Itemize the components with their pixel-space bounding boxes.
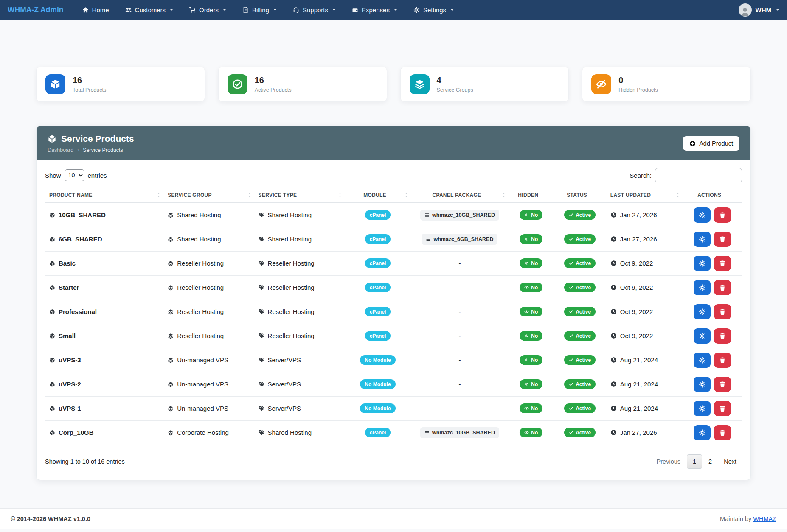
- box-icon: [49, 236, 55, 242]
- gear-icon: [699, 212, 705, 218]
- package-cell: -: [411, 372, 509, 396]
- product-name: 6GB_SHARED: [59, 235, 102, 243]
- clock-icon: [610, 357, 617, 363]
- col-product-name[interactable]: PRODUCT NAME: [45, 188, 163, 203]
- service-group: Un-managed VPS: [177, 381, 228, 388]
- table-row: uVPS-2 Un-managed VPS Server/VPS: [45, 372, 742, 396]
- status-label: Active: [576, 285, 591, 290]
- hidden-badge: No: [520, 210, 542, 220]
- edit-product-button[interactable]: [694, 232, 711, 247]
- service-group: Reseller Hosting: [177, 284, 224, 291]
- delete-product-button[interactable]: [714, 353, 731, 368]
- nav-item-billing[interactable]: Billing: [242, 6, 277, 14]
- service-type: Server/VPS: [268, 381, 301, 388]
- edit-product-button[interactable]: [694, 353, 711, 368]
- package-empty: -: [458, 356, 461, 364]
- nav-item-label: Supports: [303, 6, 328, 14]
- edit-product-button[interactable]: [694, 207, 711, 223]
- delete-product-button[interactable]: [714, 280, 731, 295]
- table-row: Basic Reseller Hosting Reseller Hosting: [45, 251, 742, 275]
- status-label: Active: [576, 382, 591, 387]
- pagination-page-1[interactable]: 1: [687, 454, 702, 469]
- col-service-type[interactable]: SERVICE TYPE: [254, 188, 345, 203]
- package-empty: -: [458, 284, 461, 291]
- col-module[interactable]: MODULE: [345, 188, 411, 203]
- package-empty: -: [458, 308, 461, 315]
- delete-product-button[interactable]: [714, 207, 731, 223]
- gear-icon: [699, 405, 705, 412]
- pagination-next[interactable]: Next: [718, 455, 742, 468]
- status-label: Active: [576, 213, 591, 218]
- edit-product-button[interactable]: [694, 280, 711, 295]
- maintain-prefix: Maintain by: [720, 515, 751, 522]
- user-menu[interactable]: WHM: [739, 3, 780, 17]
- nav-items: Home Customers Orders Billing Supports E…: [82, 6, 454, 14]
- products-table: PRODUCT NAME SERVICE GROUP SERVICE TYPE …: [45, 188, 742, 445]
- col-cpanel-package[interactable]: CPANEL PACKAGE: [411, 188, 509, 203]
- edit-product-button[interactable]: [694, 256, 711, 271]
- status-badge: Active: [564, 355, 596, 365]
- nav-item-home[interactable]: Home: [82, 6, 109, 14]
- hidden-label: No: [531, 309, 538, 314]
- breadcrumb-dashboard[interactable]: Dashboard: [48, 147, 73, 153]
- status-badge: Active: [564, 258, 596, 268]
- plus-circle-icon: [689, 140, 696, 147]
- last-updated: Oct 9, 2022: [620, 332, 653, 339]
- edit-product-button[interactable]: [694, 377, 711, 392]
- page-size-select[interactable]: 10: [65, 169, 84, 181]
- edit-product-button[interactable]: [694, 328, 711, 344]
- status-label: Active: [576, 309, 591, 314]
- add-product-button[interactable]: Add Product: [683, 136, 739, 151]
- user-label: WHM: [756, 6, 772, 14]
- col-last-updated[interactable]: LAST UPDATED: [606, 188, 683, 203]
- delete-product-button[interactable]: [714, 377, 731, 392]
- trash-icon: [719, 405, 726, 412]
- nav-item-orders[interactable]: Orders: [189, 6, 226, 14]
- col-service-group[interactable]: SERVICE GROUP: [163, 188, 254, 203]
- delete-product-button[interactable]: [714, 256, 731, 271]
- delete-product-button[interactable]: [714, 401, 731, 416]
- edit-product-button[interactable]: [694, 401, 711, 416]
- pagination-previous[interactable]: Previous: [651, 455, 686, 468]
- stat-label: Active Products: [255, 87, 292, 93]
- pagination-page-2[interactable]: 2: [703, 455, 717, 468]
- main-container: 16 Total Products 16 Active Products 4 S…: [36, 67, 751, 480]
- gear-icon: [699, 236, 705, 243]
- box-icon: [49, 212, 55, 218]
- service-group: Shared Hosting: [177, 211, 221, 218]
- box-icon: [49, 357, 55, 363]
- maintainer-link[interactable]: WHMAZ: [753, 515, 776, 522]
- eye-icon: [524, 285, 529, 290]
- edit-product-button[interactable]: [694, 304, 711, 319]
- trash-icon: [719, 333, 726, 339]
- delete-product-button[interactable]: [714, 304, 731, 319]
- nav-item-expenses[interactable]: Expenses: [352, 6, 397, 14]
- check-icon: [569, 213, 573, 217]
- box-icon: [49, 430, 55, 436]
- nav-item-label: Home: [92, 6, 109, 14]
- edit-product-button[interactable]: [694, 425, 711, 440]
- package-cell: whmazc_10GB_SHARED: [411, 420, 509, 445]
- clock-icon: [610, 429, 617, 436]
- delete-product-button[interactable]: [714, 425, 731, 440]
- stat-card-hidden-products: 0 Hidden Products: [582, 67, 751, 102]
- nav-item-supports[interactable]: Supports: [293, 6, 336, 14]
- eye-icon: [524, 358, 529, 362]
- nav-item-customers[interactable]: Customers: [125, 6, 174, 14]
- search-input[interactable]: [655, 168, 742, 182]
- col-status[interactable]: STATUS: [554, 188, 606, 203]
- delete-product-button[interactable]: [714, 232, 731, 247]
- hidden-label: No: [531, 213, 538, 218]
- col-hidden[interactable]: HIDDEN: [509, 188, 554, 203]
- layers-icon: [168, 406, 174, 412]
- box-icon: [49, 333, 55, 339]
- trash-icon: [719, 212, 726, 218]
- stat-value: 16: [255, 76, 292, 85]
- brand-link[interactable]: WHMA-Z Admin: [8, 6, 64, 14]
- status-badge: Active: [564, 234, 596, 244]
- delete-product-button[interactable]: [714, 328, 731, 344]
- nav-item-settings[interactable]: Settings: [413, 6, 454, 14]
- status-label: Active: [576, 358, 591, 363]
- product-name: Corp_10GB: [59, 429, 94, 436]
- status-badge: Active: [564, 428, 596, 437]
